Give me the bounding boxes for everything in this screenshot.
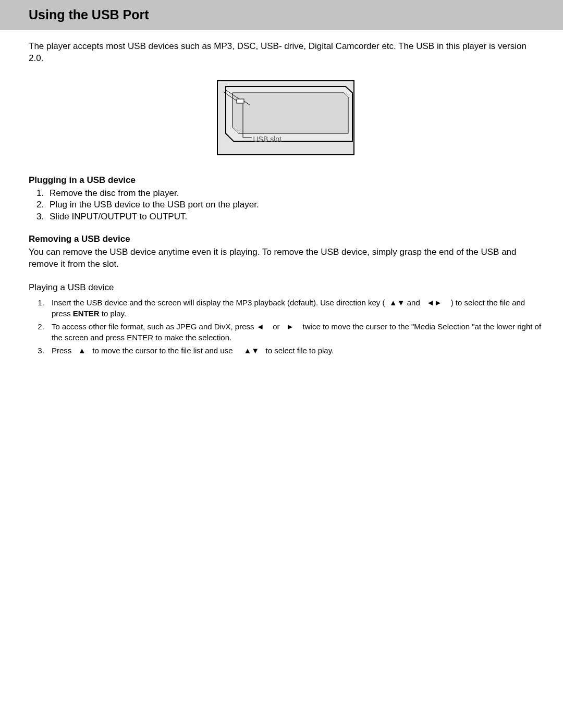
text: To access other file format, such as JPE… <box>52 322 256 331</box>
list-item: Plug in the USB device to the USB port o… <box>46 199 542 211</box>
removing-title: Removing a USB device <box>29 233 542 245</box>
diagram-label: USB slot <box>253 134 282 144</box>
text: and <box>407 298 420 307</box>
text: Press <box>52 346 71 355</box>
removing-section: Removing a USB device You can remove the… <box>29 233 542 270</box>
enter-key: ENTER <box>73 309 100 318</box>
text: to select file to play. <box>266 346 334 355</box>
diagram-container: USB slot <box>29 80 542 159</box>
list-item: Slide INPUT/OUTPUT to OUTPUT. <box>46 211 542 223</box>
svg-marker-1 <box>232 93 348 133</box>
text: to move the cursor to the file list and … <box>92 346 232 355</box>
playing-list: Insert the USB device and the screen wil… <box>29 297 542 356</box>
right-icon: ► <box>286 322 294 331</box>
intro-text: The player accepts most USB devices such… <box>29 41 542 65</box>
list-item: Remove the disc from the player. <box>46 188 542 200</box>
list-item: Press ▲ to move the cursor to the file l… <box>46 345 542 356</box>
page-title: Using the USB Port <box>29 6 542 24</box>
text: Insert the USB device and the screen wil… <box>52 298 385 307</box>
text: to play. <box>100 309 126 318</box>
svg-rect-4 <box>237 99 244 103</box>
up-icon: ▲ <box>78 346 86 355</box>
removing-text: You can remove the USB device anytime ev… <box>29 246 542 270</box>
page-content: The player accepts most USB devices such… <box>0 30 563 356</box>
up-down-icon: ▲▼ <box>389 298 405 307</box>
list-item: To access other file format, such as JPE… <box>46 321 542 343</box>
plugging-list: Remove the disc from the player. Plug in… <box>29 188 542 224</box>
text: or <box>273 322 279 331</box>
left-icon: ◄ <box>256 322 264 331</box>
page-header: Using the USB Port <box>0 0 563 30</box>
plugging-title: Plugging in a USB device <box>29 175 542 187</box>
left-right-icon: ◄► <box>426 298 442 307</box>
plugging-section: Plugging in a USB device Remove the disc… <box>29 175 542 224</box>
list-item: Insert the USB device and the screen wil… <box>46 297 542 319</box>
up-down-icon: ▲▼ <box>243 346 259 355</box>
playing-title: Playing a USB device <box>29 282 542 294</box>
usb-slot-diagram: USB slot <box>217 80 354 155</box>
